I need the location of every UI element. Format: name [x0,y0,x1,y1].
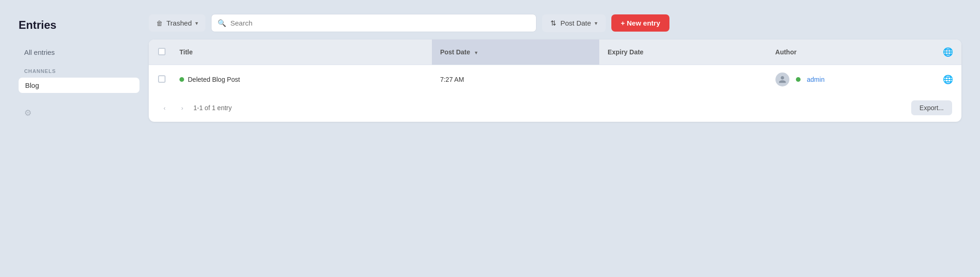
search-container: 🔍 [211,14,536,32]
header-author: Author [767,40,934,65]
pagination-controls: ‹ › 1-1 of 1 entry [158,101,232,114]
author-name[interactable]: admin [807,76,825,83]
row-globe-cell: 🌐 [934,65,961,94]
sort-label: Post Date [560,19,591,27]
status-dot [179,77,184,82]
row-author-cell: admin [767,65,934,94]
entries-table: Title Post Date ▼ Expiry Date Author 🌐 [149,40,961,94]
row-checkbox[interactable] [158,75,166,83]
table-container: Title Post Date ▼ Expiry Date Author 🌐 [149,40,961,122]
search-icon: 🔍 [218,19,226,27]
sidebar: Entries All entries CHANNELS Blog ⚙ [19,14,149,122]
header-title: Title [171,40,432,65]
trash-icon: 🗑 [156,20,163,27]
author-status-dot [796,77,801,82]
sidebar-item-all-entries[interactable]: All entries [19,46,139,59]
table-row: Deleted Blog Post 7:27 AM [149,65,961,94]
trashed-button[interactable]: 🗑 Trashed ▾ [149,14,205,32]
sort-icon: ⇅ [550,19,556,27]
sidebar-channels-label: CHANNELS [19,61,139,78]
header-globe: 🌐 [934,40,961,65]
row-globe-icon[interactable]: 🌐 [943,75,953,84]
next-page-button[interactable]: › [176,101,189,114]
sort-chevron-icon: ▾ [595,20,597,26]
header-expiry-date: Expiry Date [599,40,767,65]
avatar [775,73,789,86]
row-checkbox-cell [149,65,171,94]
main-content: 🗑 Trashed ▾ 🔍 ⇅ Post Date ▾ + New entry [149,14,961,122]
row-expiry-date-cell [599,65,767,94]
export-button[interactable]: Export... [911,100,952,115]
trashed-label: Trashed [166,19,192,27]
toolbar: 🗑 Trashed ▾ 🔍 ⇅ Post Date ▾ + New entry [149,14,961,32]
row-title-cell: Deleted Blog Post [171,65,432,94]
select-all-checkbox[interactable] [158,48,166,55]
globe-header-icon: 🌐 [943,47,953,57]
post-date-sort-arrow: ▼ [474,50,478,55]
trashed-chevron-icon: ▾ [195,20,198,26]
page-info: 1-1 of 1 entry [193,104,232,112]
settings-icon[interactable]: ⚙ [19,104,37,122]
pagination-row: ‹ › 1-1 of 1 entry Export... [149,94,961,122]
page-title: Entries [19,19,139,32]
entry-title[interactable]: Deleted Blog Post [188,76,240,83]
table-header-row: Title Post Date ▼ Expiry Date Author 🌐 [149,40,961,65]
prev-page-button[interactable]: ‹ [158,101,171,114]
header-checkbox-col [149,40,171,65]
sidebar-item-blog[interactable]: Blog [19,78,139,93]
sort-button[interactable]: ⇅ Post Date ▾ [542,14,606,32]
header-post-date[interactable]: Post Date ▼ [432,40,599,65]
search-input[interactable] [211,14,536,32]
new-entry-button[interactable]: + New entry [611,14,669,32]
row-post-date-cell: 7:27 AM [432,65,599,94]
